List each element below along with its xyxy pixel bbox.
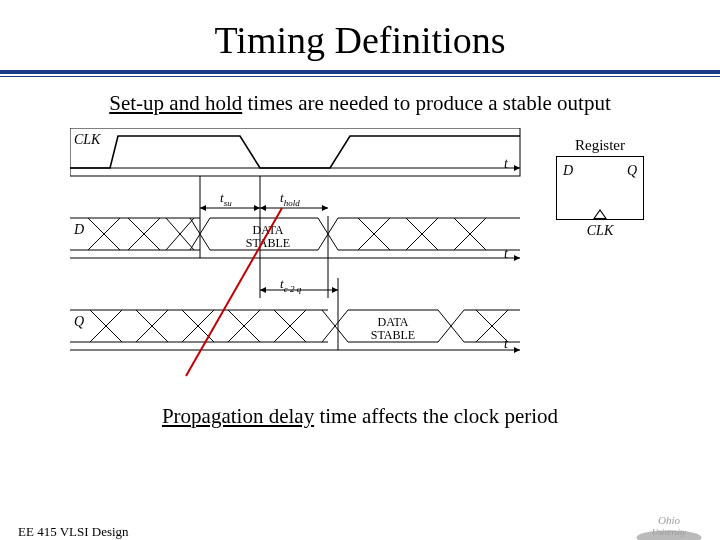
title-divider [0,70,720,77]
subtitle-underlined: Set-up and hold [109,91,242,115]
footer-course: EE 415 VLSI Design [18,524,129,540]
subtitle-rest: times are needed to produce a stable out… [242,91,611,115]
university-logo-icon: Ohio University [632,508,706,540]
svg-text:Ohio: Ohio [658,514,681,526]
bottom-note-underlined: Propagation delay [162,404,314,428]
svg-rect-0 [70,128,520,176]
svg-text:University: University [652,528,686,537]
slide-title: Timing Definitions [0,18,720,62]
subtitle: Set-up and hold times are needed to prod… [0,91,720,116]
waveform-svg [70,128,650,388]
bottom-note: Propagation delay time affects the clock… [0,404,720,429]
bottom-note-rest: time affects the clock period [314,404,558,428]
timing-diagram: CLK D Q t t t tsu thold DATA STABLE tc 2… [70,128,650,388]
